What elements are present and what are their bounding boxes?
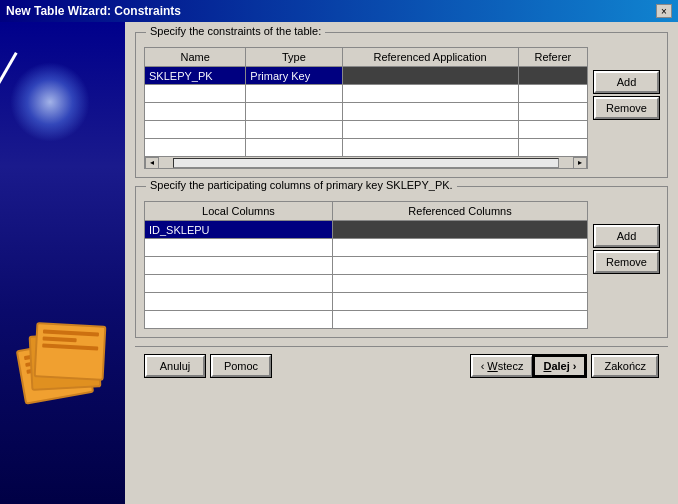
wstecz-button[interactable]: ‹ Wstecz <box>471 355 534 377</box>
scrollbar-track[interactable] <box>173 158 559 168</box>
prev-arrow: ‹ <box>481 360 485 372</box>
table-row-empty-1[interactable] <box>145 85 588 103</box>
bottom-add-button[interactable]: Add <box>594 225 659 247</box>
bottom-remove-button[interactable]: Remove <box>594 251 659 273</box>
pomoc-button[interactable]: Pomoc <box>211 355 271 377</box>
columns-group-label: Specify the participating columns of pri… <box>146 179 457 191</box>
col-referenced: Referenced Columns <box>333 202 588 221</box>
title-bar: New Table Wizard: Constraints × <box>0 0 678 22</box>
top-remove-button[interactable]: Remove <box>594 97 659 119</box>
wstecz-label: Wstecz <box>487 360 523 372</box>
columns-table-row-empty-3[interactable] <box>145 275 588 293</box>
table-row-empty-2[interactable] <box>145 103 588 121</box>
navigation-group: ‹ Wstecz Dalej › <box>471 355 587 377</box>
glow-effect <box>10 62 90 142</box>
col-local: Local Columns <box>145 202 333 221</box>
columns-table-row-empty-2[interactable] <box>145 257 588 275</box>
horizontal-scrollbar[interactable]: ◂ ▸ <box>144 157 588 169</box>
cell-referer <box>518 67 587 85</box>
scroll-left-button[interactable]: ◂ <box>145 157 159 169</box>
footer-bar: Anuluj Pomoc ‹ Wstecz Dalej › Zakończ <box>135 346 668 385</box>
cell-type: Primary Key <box>246 67 342 85</box>
columns-table-container: Local Columns Referenced Columns ID_SKLE… <box>144 201 588 329</box>
dalej-button[interactable]: Dalej › <box>533 355 586 377</box>
cell-name: SKLEPY_PK <box>145 67 246 85</box>
constraints-table-container: Name Type Referenced Application Referer… <box>144 47 588 169</box>
top-button-panel: Add Remove <box>588 47 659 169</box>
col-type: Type <box>246 48 342 67</box>
right-content: Specify the constraints of the table: Na… <box>125 22 678 504</box>
constraints-table: Name Type Referenced Application Referer… <box>144 47 588 157</box>
card-3 <box>34 322 107 381</box>
cards-decoration <box>20 324 110 424</box>
constraints-group-label: Specify the constraints of the table: <box>146 25 325 37</box>
columns-table-row-empty-4[interactable] <box>145 293 588 311</box>
col-ref-app: Referenced Application <box>342 48 518 67</box>
constraints-group: Specify the constraints of the table: Na… <box>135 32 668 178</box>
top-add-button[interactable]: Add <box>594 71 659 93</box>
columns-group: Specify the participating columns of pri… <box>135 186 668 338</box>
columns-table-row-empty-5[interactable] <box>145 311 588 329</box>
zakoncz-button[interactable]: Zakończ <box>592 355 658 377</box>
anuluj-button[interactable]: Anuluj <box>145 355 205 377</box>
decorative-panel <box>0 22 125 504</box>
cell-ref-app <box>342 67 518 85</box>
table-row-empty-4[interactable] <box>145 139 588 157</box>
cell-local: ID_SKLEPU <box>145 221 333 239</box>
close-button[interactable]: × <box>656 4 672 18</box>
table-row[interactable]: SKLEPY_PK Primary Key <box>145 67 588 85</box>
next-arrow: › <box>573 360 577 372</box>
dalej-label: Dalej <box>543 360 569 372</box>
col-referer: Referer <box>518 48 587 67</box>
bottom-button-panel: Add Remove <box>588 201 659 329</box>
scroll-right-button[interactable]: ▸ <box>573 157 587 169</box>
columns-table: Local Columns Referenced Columns ID_SKLE… <box>144 201 588 329</box>
window-title: New Table Wizard: Constraints <box>6 4 181 18</box>
columns-table-row[interactable]: ID_SKLEPU <box>145 221 588 239</box>
cell-referenced <box>333 221 588 239</box>
table-row-empty-3[interactable] <box>145 121 588 139</box>
columns-table-row-empty-1[interactable] <box>145 239 588 257</box>
col-name: Name <box>145 48 246 67</box>
